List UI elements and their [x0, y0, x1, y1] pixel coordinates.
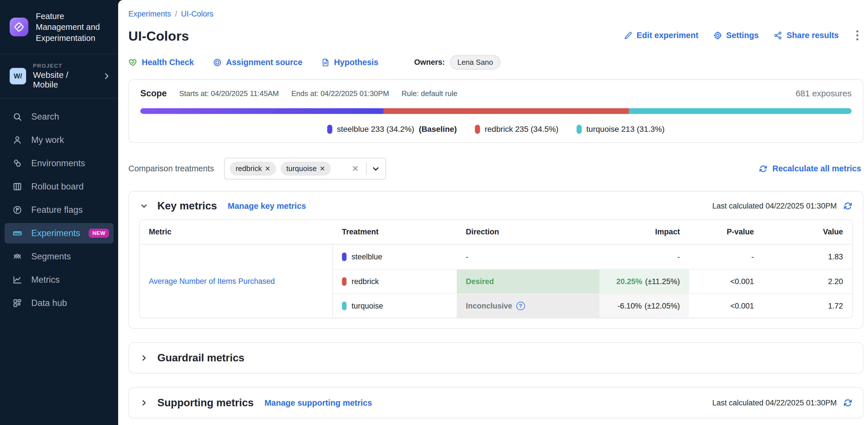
- sidebar-item-feature-flags[interactable]: Feature flags: [4, 200, 114, 220]
- remove-chip-icon[interactable]: ✕: [319, 165, 325, 173]
- scope-title: Scope: [140, 88, 167, 98]
- expand-section-chevron-right-icon[interactable]: [139, 353, 149, 363]
- remove-chip-icon[interactable]: ✕: [265, 165, 270, 173]
- clear-selection-icon[interactable]: ✕: [349, 164, 362, 174]
- main-content: Experiments / UI-Colors UI-Colors Edit e…: [118, 0, 868, 425]
- last-calculated-text: Last calculated 04/22/2025 01:30PM: [712, 202, 837, 211]
- share-results-button[interactable]: Share results: [773, 31, 839, 40]
- col-p-value: P-value: [689, 220, 763, 244]
- user-icon: [12, 135, 23, 146]
- app-title: Feature Management and Experimentation: [36, 11, 110, 43]
- distribution-segment-redbrick: [383, 108, 629, 114]
- hypothesis-link[interactable]: Hypothesis: [321, 58, 378, 67]
- breadcrumb-separator: /: [175, 10, 177, 19]
- p-value-cell: <0.001: [689, 269, 763, 294]
- manage-key-metrics-link[interactable]: Manage key metrics: [228, 202, 306, 211]
- question-circle-icon[interactable]: ?: [516, 302, 525, 310]
- owner-pill[interactable]: Lena Sano: [450, 55, 500, 70]
- value-cell: 1.83: [763, 245, 852, 269]
- direction-cell-desired: Desired: [457, 269, 599, 294]
- breadcrumb-current[interactable]: UI-Colors: [181, 10, 214, 19]
- sidebar-nav: Search My work Environments Rollout boar…: [0, 98, 118, 321]
- project-switcher[interactable]: W/ PROJECT Website / Mobile: [0, 54, 118, 98]
- new-badge: NEW: [89, 229, 109, 238]
- guardrail-metrics-title: Guardrail metrics: [157, 352, 244, 364]
- sidebar-item-metrics[interactable]: Metrics: [4, 270, 114, 290]
- distribution-legend: steelblue 233 (34.2%) (Baseline) redbric…: [140, 125, 851, 134]
- settings-button[interactable]: Settings: [713, 31, 758, 40]
- baseline-label: (Baseline): [419, 125, 457, 134]
- steelblue-swatch: [342, 252, 346, 261]
- flag-circle-icon: [12, 205, 23, 215]
- page-title: UI-Colors: [128, 28, 189, 44]
- sidebar-item-experiments[interactable]: Experiments NEW: [4, 223, 114, 243]
- project-badge: W/: [10, 68, 26, 84]
- legend-item-steelblue: steelblue 233 (34.2%) (Baseline): [327, 125, 457, 134]
- legend-item-redbrick: redbrick 235 (34.5%): [475, 125, 558, 134]
- comparison-treatments-select[interactable]: redbrick ✕ turquoise ✕ ✕: [224, 158, 386, 180]
- scope-rule: Rule: default rule: [402, 89, 458, 98]
- split-logo-icon: [10, 18, 28, 36]
- experiment-meta-row: Health Check Assignment source Hypothesi…: [128, 55, 864, 70]
- health-check-link[interactable]: Health Check: [128, 58, 194, 67]
- turquoise-swatch: [342, 302, 346, 310]
- target-icon: [213, 58, 222, 67]
- sidebar-item-data-hub[interactable]: Data hub: [4, 293, 114, 313]
- gear-icon: [713, 31, 722, 40]
- heart-check-icon: [128, 58, 137, 67]
- treatment-cell-redbrick: redbrick: [333, 269, 457, 294]
- breadcrumb-link-experiments[interactable]: Experiments: [128, 10, 171, 19]
- turquoise-swatch: [577, 125, 582, 134]
- key-metrics-title: Key metrics: [157, 200, 217, 212]
- data-hub-grid-icon: [12, 298, 23, 308]
- share-icon: [773, 31, 782, 40]
- metric-link[interactable]: Average Number of Items Purchased: [149, 277, 275, 286]
- treatment-distribution-bar: [140, 108, 851, 114]
- sidebar: Feature Management and Experimentation W…: [0, 0, 118, 425]
- collapse-section-chevron-down-icon[interactable]: [139, 201, 149, 211]
- document-icon: [321, 58, 330, 67]
- scope-card: Scope Starts at: 04/20/2025 11:45AM Ends…: [128, 79, 864, 143]
- recalculate-all-metrics-button[interactable]: Recalculate all metrics: [758, 164, 861, 173]
- line-chart-icon: [12, 274, 23, 285]
- manage-supporting-metrics-link[interactable]: Manage supporting metrics: [265, 398, 372, 408]
- p-value-cell: -: [689, 245, 763, 269]
- treatment-chip-turquoise[interactable]: turquoise ✕: [281, 162, 331, 176]
- col-direction: Direction: [457, 220, 599, 244]
- refresh-icon[interactable]: [843, 201, 852, 211]
- impact-cell: 20.25% (±11.25%): [599, 269, 689, 294]
- more-options-kebab-icon[interactable]: [854, 29, 861, 42]
- select-divider: [366, 162, 367, 175]
- p-value-cell: <0.001: [689, 294, 763, 318]
- exposures-count: 681 exposures: [796, 89, 851, 98]
- value-cell: 1.72: [763, 294, 852, 318]
- metric-cell: Average Number of Items Purchased: [140, 245, 333, 318]
- sidebar-item-segments[interactable]: Segments: [4, 246, 114, 267]
- ruler-icon: [12, 228, 23, 239]
- last-calculated-text: Last calculated 04/22/2025 01:30PM: [712, 399, 837, 407]
- header-actions: Edit experiment Settings Share results: [624, 29, 861, 44]
- value-cell: 2.20: [763, 269, 852, 294]
- edit-experiment-button[interactable]: Edit experiment: [624, 31, 699, 40]
- expand-section-chevron-right-icon[interactable]: [139, 398, 149, 408]
- sidebar-item-search[interactable]: Search: [4, 107, 114, 127]
- chevron-down-icon[interactable]: [371, 164, 380, 173]
- distribution-segment-steelblue: [140, 108, 383, 114]
- treatment-chip-redbrick[interactable]: redbrick ✕: [230, 162, 276, 176]
- assignment-source-link[interactable]: Assignment source: [213, 58, 303, 67]
- sidebar-item-environments[interactable]: Environments: [4, 153, 114, 174]
- refresh-icon[interactable]: [843, 398, 852, 408]
- owners-label: Owners:: [414, 58, 445, 67]
- guardrail-metrics-section: Guardrail metrics: [128, 342, 864, 373]
- scope-starts-at: Starts at: 04/20/2025 11:45AM: [179, 89, 279, 98]
- sidebar-item-my-work[interactable]: My work: [4, 130, 114, 150]
- treatment-cell-turquoise: turquoise: [333, 294, 457, 318]
- comparison-label: Comparison treatments: [128, 164, 214, 173]
- sidebar-item-rollout-board[interactable]: Rollout board: [4, 176, 114, 197]
- direction-cell: -: [457, 245, 599, 269]
- impact-cell: -6.10% (±12.05%): [599, 294, 689, 318]
- app-shell: Feature Management and Experimentation W…: [0, 0, 868, 425]
- hexagons-icon: [12, 158, 23, 169]
- col-treatment: Treatment: [333, 220, 457, 244]
- table-header-row: Metric Treatment Direction Impact P-valu…: [140, 220, 852, 245]
